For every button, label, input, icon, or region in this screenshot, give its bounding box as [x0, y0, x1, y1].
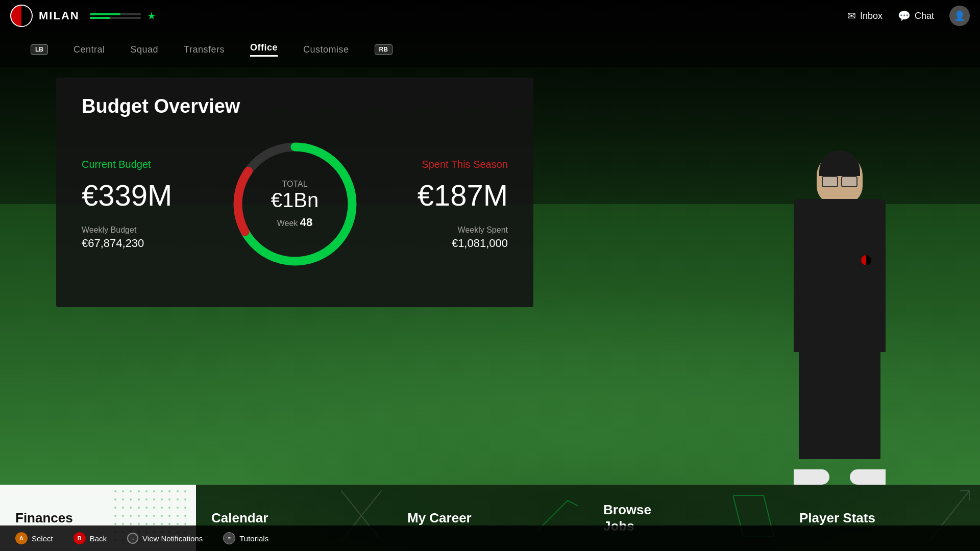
star-badge-icon: ★	[147, 10, 156, 22]
top-bar: MILAN ★ ✉ Inbox 💬 Chat 👤	[0, 0, 980, 32]
ctrl-notifications-label: View Notifications	[142, 534, 203, 543]
tile-calendar-label: Calendar	[211, 510, 268, 526]
ctrl-back-label: Back	[90, 534, 107, 543]
r-stick	[127, 533, 138, 544]
spent-value: €187M	[418, 181, 508, 210]
b-button: B	[74, 532, 86, 544]
ctrl-back: B Back	[74, 532, 107, 544]
weekly-budget-value: €67,874,230	[82, 237, 144, 250]
char-shoe-left	[794, 469, 829, 485]
budget-title: Budget Overview	[82, 95, 508, 117]
budget-row: Current Budget €339M Weekly Budget €67,8…	[82, 133, 508, 276]
char-body	[783, 153, 896, 485]
donut-total-value: €1Bn	[271, 189, 318, 212]
main-content: Budget Overview Current Budget €339M Wee…	[0, 67, 980, 551]
current-budget-label: Current Budget	[82, 159, 151, 170]
lb-button[interactable]: LB	[31, 44, 48, 55]
ctrl-select: A Select	[15, 532, 53, 544]
team-name: MILAN	[39, 9, 80, 22]
char-torso	[794, 199, 886, 352]
chat-icon: 💬	[898, 10, 911, 22]
current-budget-section: Current Budget €339M Weekly Budget €67,8…	[82, 159, 224, 250]
weekly-spent-value: €1,081,000	[452, 237, 508, 250]
inbox-label: Inbox	[860, 11, 883, 21]
level-progress	[90, 13, 141, 19]
manager-character	[750, 102, 929, 485]
nav-central[interactable]: Central	[74, 44, 105, 55]
budget-donut-chart: TOTAL €1Bn Week 48	[224, 133, 366, 276]
progress-bar-track	[90, 13, 141, 15]
tile-finances-label: Finances	[15, 510, 73, 526]
ctrl-tutorials: ≡ Tutorials	[223, 532, 268, 544]
progress-bar-track-2	[90, 17, 141, 19]
ctrl-select-label: Select	[32, 534, 53, 543]
spent-section: Spent This Season €187M Weekly Spent €1,…	[366, 159, 508, 250]
user-avatar[interactable]: 👤	[949, 6, 970, 26]
char-glasses	[822, 176, 857, 185]
current-budget-value: €339M	[82, 181, 172, 210]
spent-label: Spent This Season	[422, 159, 508, 170]
a-button: A	[15, 532, 28, 544]
budget-overview-card: Budget Overview Current Budget €339M Wee…	[56, 78, 533, 307]
team-info: MILAN ★	[10, 5, 156, 27]
char-shoes	[794, 464, 886, 485]
donut-week-label: Week	[277, 219, 298, 228]
char-hair	[819, 151, 860, 176]
nav-office[interactable]: Office	[250, 42, 278, 57]
progress-bar-fill-2	[90, 17, 110, 19]
char-shoe-right	[850, 469, 886, 485]
team-logo	[10, 5, 33, 27]
tile-my-career-label: My Career	[407, 510, 472, 526]
inbox-icon: ✉	[847, 10, 856, 22]
rb-button[interactable]: RB	[375, 44, 393, 55]
weekly-budget-label: Weekly Budget	[82, 226, 144, 235]
char-milan-badge	[861, 255, 871, 265]
donut-total-label: TOTAL	[271, 180, 318, 189]
chat-button[interactable]: 💬 Chat	[898, 10, 934, 22]
char-head	[817, 153, 863, 204]
ctrl-notifications: View Notifications	[127, 533, 203, 544]
weekly-spent-label: Weekly Spent	[458, 226, 508, 235]
top-right-controls: ✉ Inbox 💬 Chat 👤	[847, 6, 970, 26]
chat-label: Chat	[915, 11, 934, 21]
controller-bar: A Select B Back View Notifications ≡ Tut…	[0, 525, 980, 551]
nav-squad[interactable]: Squad	[131, 44, 159, 55]
tile-player-stats-label: Player Stats	[799, 510, 875, 526]
donut-center-info: TOTAL €1Bn Week 48	[271, 180, 318, 229]
char-legs	[799, 347, 880, 459]
nav-bar: LB Central Squad Transfers Office Custom…	[0, 32, 980, 67]
menu-button: ≡	[223, 532, 235, 544]
donut-week-number: 48	[300, 216, 312, 229]
nav-customise[interactable]: Customise	[303, 44, 349, 55]
nav-transfers[interactable]: Transfers	[184, 44, 225, 55]
inbox-button[interactable]: ✉ Inbox	[847, 10, 883, 22]
ctrl-tutorials-label: Tutorials	[239, 534, 268, 543]
progress-bar-fill	[90, 13, 120, 15]
